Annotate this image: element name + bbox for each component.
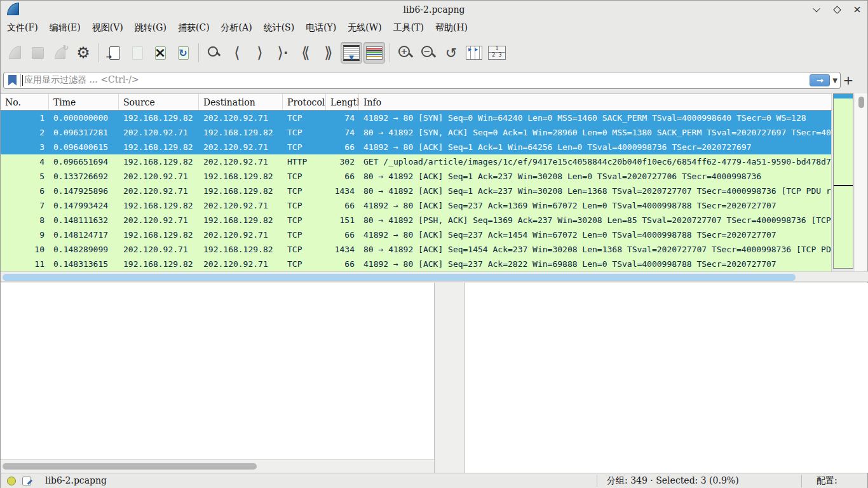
packet-row[interactable]: 20.096317281202.120.92.71192.168.129.82T… xyxy=(1,125,831,140)
find-packet-button[interactable] xyxy=(203,42,225,64)
go-back-button[interactable] xyxy=(226,42,248,64)
maximize-button[interactable] xyxy=(832,4,842,15)
find-packet-icon xyxy=(208,49,220,57)
packet-row[interactable]: 10.000000000192.168.129.82202.120.92.71T… xyxy=(1,111,831,125)
wireshark-window: lib6-2.pcapng × 文件(F)编辑(E)视图(V)跳转(G)捕获(C… xyxy=(0,0,868,488)
cell-info: 80 → 41892 [PSH, ACK] Seq=1369 Ack=237 W… xyxy=(359,213,831,227)
go-forward-button[interactable] xyxy=(249,42,271,64)
packet-row[interactable]: 50.133726692202.120.92.71192.168.129.82T… xyxy=(1,169,831,184)
menu-item-3[interactable]: 跳转(G) xyxy=(129,20,172,36)
column-header-info[interactable]: Info xyxy=(359,94,832,110)
cell-time: 0.148111632 xyxy=(49,213,119,227)
cell-info: 41892 → 80 [ACK] Seq=1 Ack=1 Win=64256 L… xyxy=(359,140,831,154)
packet-list-hscrollbar[interactable] xyxy=(1,271,868,282)
minimize-button[interactable] xyxy=(811,4,822,15)
packet-row[interactable]: 70.147993424192.168.129.82202.120.92.71T… xyxy=(1,198,831,213)
apply-filter-button[interactable]: → xyxy=(810,74,830,86)
cell-protocol: TCP xyxy=(283,169,326,184)
menu-item-2[interactable]: 视图(V) xyxy=(86,20,129,36)
column-header-source[interactable]: Source xyxy=(119,94,199,110)
go-first-button[interactable] xyxy=(295,42,316,64)
go-to-packet-button[interactable] xyxy=(272,42,294,64)
vertical-scrollbar[interactable] xyxy=(855,93,867,271)
packet-bytes-pane[interactable] xyxy=(465,283,868,473)
status-separator xyxy=(801,475,802,487)
cell-source: 192.168.129.82 xyxy=(119,111,199,125)
pane-splitter[interactable] xyxy=(435,283,465,473)
layout-button[interactable] xyxy=(486,42,508,64)
packet-minimap[interactable] xyxy=(833,93,853,269)
cell-destination: 202.120.92.71 xyxy=(199,257,283,271)
display-filter-input[interactable]: 应用显示过滤器 ... <Ctrl-/> → ▼ xyxy=(3,72,841,89)
packet-row[interactable]: 90.148124717192.168.129.82202.120.92.71T… xyxy=(1,227,831,242)
reload-file-button[interactable] xyxy=(172,42,194,64)
zoom-out-button[interactable] xyxy=(417,42,439,64)
column-header-time[interactable]: Time xyxy=(49,94,119,110)
cell-destination: 202.120.92.71 xyxy=(199,198,283,213)
capture-comment-icon[interactable] xyxy=(22,477,31,485)
filter-bookmark-icon[interactable] xyxy=(8,75,17,86)
cell-destination: 202.120.92.71 xyxy=(199,227,283,242)
close-file-icon xyxy=(155,46,166,60)
column-header-length[interactable]: Length xyxy=(326,94,359,110)
vertical-scrollbar-thumb[interactable] xyxy=(858,97,864,108)
cell-info: 41892 → 80 [ACK] Seq=237 Ack=2822 Win=69… xyxy=(359,257,831,271)
cell-protocol: TCP xyxy=(283,184,326,198)
cell-info: 41892 → 80 [ACK] Seq=237 Ack=1369 Win=67… xyxy=(359,198,831,213)
menu-item-8[interactable]: 无线(W) xyxy=(342,20,387,36)
column-header-destination[interactable]: Destination xyxy=(199,94,283,110)
expert-info-icon[interactable] xyxy=(7,477,16,485)
cell-no: 10 xyxy=(1,242,49,257)
status-profile[interactable]: 配置: Default xyxy=(817,475,867,488)
restart-capture-icon xyxy=(53,46,67,60)
close-button[interactable]: × xyxy=(852,4,862,15)
menu-item-10[interactable]: 帮助(H) xyxy=(430,20,473,36)
details-hscrollbar-thumb[interactable] xyxy=(3,463,257,470)
packet-row[interactable]: 60.147925896202.120.92.71192.168.129.82T… xyxy=(1,184,831,198)
packet-row[interactable]: 30.096400615192.168.129.82202.120.92.71T… xyxy=(1,140,831,154)
status-bar: lib6-2.pcapng 分组: 349 · Selected: 3 (0.9… xyxy=(1,473,867,488)
cell-time: 0.096651694 xyxy=(49,154,119,169)
capture-options-button[interactable] xyxy=(72,42,94,64)
packet-row[interactable]: 80.148111632202.120.92.71192.168.129.82T… xyxy=(1,213,831,227)
packet-row[interactable]: 110.148313615192.168.129.82202.120.92.71… xyxy=(1,257,831,271)
open-file-button[interactable] xyxy=(104,42,125,64)
packet-details-pane[interactable] xyxy=(1,283,435,473)
menu-item-6[interactable]: 统计(S) xyxy=(258,20,301,36)
packet-row[interactable]: 40.096651694192.168.129.82202.120.92.71H… xyxy=(1,154,831,169)
close-file-button[interactable] xyxy=(149,42,171,64)
details-hscrollbar[interactable] xyxy=(1,459,434,473)
minimap-marker xyxy=(834,185,853,186)
capture-options-icon xyxy=(76,45,90,60)
menu-item-4[interactable]: 捕获(C) xyxy=(172,20,215,36)
colorize-button[interactable] xyxy=(363,42,385,64)
cell-length: 1434 xyxy=(326,184,359,198)
add-filter-button[interactable]: + xyxy=(841,72,856,88)
menu-item-1[interactable]: 编辑(E) xyxy=(44,20,86,36)
filter-dropdown-caret-icon[interactable]: ▼ xyxy=(832,77,837,84)
window-title: lib6-2.pcapng xyxy=(1,4,867,15)
packet-list-hscrollbar-thumb[interactable] xyxy=(3,274,796,281)
cell-protocol: TCP xyxy=(283,242,326,257)
cell-protocol: HTTP xyxy=(283,154,326,169)
column-header-no[interactable]: No. xyxy=(1,94,49,110)
cell-destination: 192.168.129.82 xyxy=(199,184,283,198)
auto-scroll-button[interactable] xyxy=(341,42,362,64)
zoom-reset-button[interactable] xyxy=(440,42,462,64)
zoom-in-button[interactable] xyxy=(395,42,416,64)
cell-length: 66 xyxy=(326,257,359,271)
go-to-packet-icon xyxy=(278,44,288,62)
cell-no: 8 xyxy=(1,213,49,227)
menu-item-5[interactable]: 分析(A) xyxy=(215,20,258,36)
packet-row[interactable]: 100.148289099202.120.92.71192.168.129.82… xyxy=(1,242,831,257)
menu-item-0[interactable]: 文件(F) xyxy=(1,20,44,36)
resize-columns-button[interactable] xyxy=(463,42,485,64)
menu-item-7[interactable]: 电话(Y) xyxy=(300,20,342,36)
restart-capture-button xyxy=(50,42,71,64)
close-icon: × xyxy=(853,4,861,15)
go-last-button[interactable] xyxy=(318,42,339,64)
cell-length: 66 xyxy=(326,169,359,184)
column-header-protocol[interactable]: Protocol xyxy=(283,94,326,110)
cell-time: 0.096400615 xyxy=(49,140,119,154)
menu-item-9[interactable]: 工具(T) xyxy=(388,20,430,36)
